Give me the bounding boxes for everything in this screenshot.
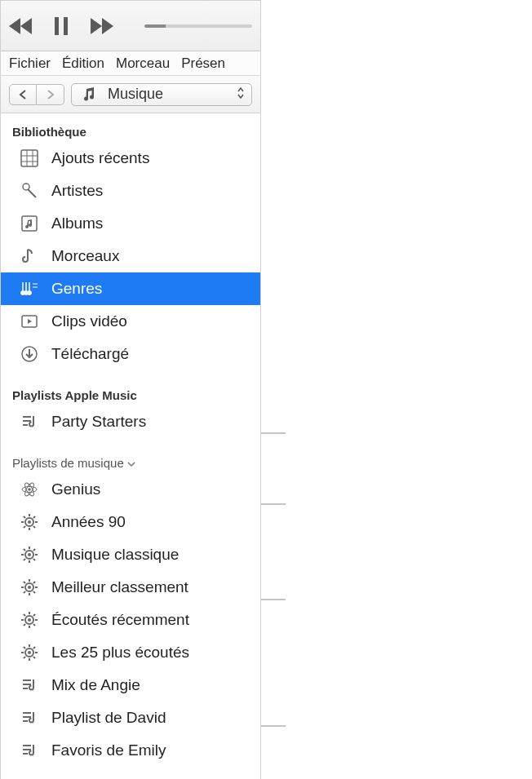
sidebar-item-library[interactable]: Ajouts récents	[1, 142, 260, 175]
previous-track-button[interactable]	[9, 18, 32, 34]
media-kind-label: Musique	[108, 86, 163, 103]
menu-item-edit[interactable]: Édition	[62, 55, 104, 72]
svg-point-57	[28, 586, 31, 589]
sidebar-item-genius[interactable]: Genius	[1, 473, 260, 506]
svg-point-16	[28, 291, 32, 295]
sidebar-item-smart-playlist[interactable]: Écoutés récemment	[1, 604, 260, 636]
sidebar-item-label: Playlist de David	[51, 709, 166, 727]
svg-line-76	[33, 647, 35, 648]
sidebar-item-label: Musique classique	[51, 546, 179, 564]
svg-rect-13	[22, 216, 37, 231]
svg-marker-18	[28, 319, 32, 324]
sidebar-item-library[interactable]: Téléchargé	[1, 338, 260, 370]
menu-item-view[interactable]: Présen	[181, 55, 225, 72]
forward-button[interactable]	[37, 84, 64, 105]
playlist-icon	[19, 740, 40, 761]
svg-point-77	[28, 651, 31, 654]
nav-buttons	[9, 84, 64, 105]
svg-rect-6	[21, 150, 38, 166]
svg-line-60	[33, 624, 35, 626]
sidebar-item-user-playlist[interactable]: Favoris de Emily	[1, 734, 260, 767]
svg-point-67	[28, 618, 31, 622]
svg-line-72	[24, 657, 25, 658]
sidebar-item-smart-playlist[interactable]: Les 25 plus écoutés	[1, 636, 260, 669]
sidebar-item-smart-playlist[interactable]: Meilleur classement	[1, 571, 260, 604]
sidebar-item-label: Genres	[51, 280, 102, 298]
svg-line-70	[33, 657, 35, 658]
svg-marker-1	[20, 18, 32, 34]
chevron-updown-icon	[237, 86, 245, 102]
playback-bar	[1, 1, 260, 51]
gear-icon	[19, 511, 40, 533]
svg-point-47	[28, 553, 31, 556]
svg-marker-0	[9, 18, 20, 34]
sidebar-item-library[interactable]: Genres	[1, 272, 260, 305]
svg-line-36	[33, 516, 35, 518]
svg-line-34	[24, 516, 25, 518]
menu-bar: Fichier Édition Morceau Présen	[1, 51, 260, 76]
volume-slider[interactable]	[144, 24, 252, 28]
atom-icon	[19, 479, 40, 500]
menu-item-song[interactable]: Morceau	[116, 55, 170, 72]
sidebar-item-label: Genius	[51, 480, 100, 498]
grid-icon	[19, 148, 40, 169]
sidebar-item-smart-playlist[interactable]: Années 90	[1, 506, 260, 538]
gear-icon	[19, 609, 40, 631]
sidebar-item-label: Artistes	[51, 182, 103, 200]
play-pause-button[interactable]	[55, 17, 68, 35]
media-kind-selector[interactable]: Musique	[71, 83, 252, 106]
sidebar-item-user-playlist[interactable]: Mix de Angie	[1, 669, 260, 702]
sidebar-item-label: Les 25 plus écoutés	[51, 644, 189, 662]
sidebar-item-label: Albums	[51, 215, 103, 232]
svg-line-52	[24, 591, 25, 593]
sidebar-item-label: Mix de Angie	[51, 676, 140, 694]
download-icon	[19, 343, 40, 365]
svg-line-56	[33, 582, 35, 583]
gear-icon	[19, 577, 40, 598]
svg-line-64	[24, 614, 25, 616]
album-icon	[19, 213, 40, 234]
music-note-icon	[78, 84, 100, 105]
sidebar-item-smart-playlist[interactable]: Musique classique	[1, 538, 260, 571]
section-header-library: Bibliothèque	[1, 118, 260, 142]
sidebar-item-library[interactable]: Artistes	[1, 175, 260, 207]
svg-rect-3	[64, 17, 68, 35]
back-button[interactable]	[9, 84, 37, 105]
sidebar-item-label: Favoris de Emily	[51, 741, 166, 759]
sidebar-item-label: Party Starters	[51, 413, 146, 431]
svg-line-30	[33, 526, 35, 528]
next-track-button[interactable]	[91, 18, 113, 34]
svg-marker-5	[102, 18, 113, 34]
svg-line-74	[24, 647, 25, 648]
svg-rect-2	[55, 17, 59, 35]
sidebar-item-library[interactable]: Morceaux	[1, 240, 260, 272]
svg-line-40	[33, 559, 35, 560]
svg-line-46	[33, 549, 35, 551]
sidebar-item-apple-playlist[interactable]: Party Starters	[1, 405, 260, 438]
sidebar-item-library[interactable]: Albums	[1, 207, 260, 240]
svg-line-54	[24, 582, 25, 583]
toolbar: Musique	[1, 76, 260, 113]
mic-icon	[19, 180, 40, 201]
guitars-icon	[19, 278, 40, 299]
svg-point-27	[28, 488, 31, 491]
sidebar-item-library[interactable]: Clips vidéo	[1, 305, 260, 338]
section-header-music-playlists-label: Playlists de musique	[12, 456, 124, 470]
playlist-icon	[19, 707, 40, 728]
playlist-icon	[19, 675, 40, 696]
svg-line-12	[28, 189, 36, 197]
menu-item-file[interactable]: Fichier	[9, 55, 51, 72]
sidebar-item-label: Morceaux	[51, 247, 119, 265]
annotation-callouts	[261, 0, 532, 779]
source-sidebar: Bibliothèque Ajouts récentsArtistesAlbum…	[1, 113, 260, 779]
sidebar-item-label: Meilleur classement	[51, 578, 188, 596]
gear-icon	[19, 544, 40, 565]
note-icon	[19, 246, 40, 267]
svg-point-37	[28, 520, 31, 524]
gear-icon	[19, 642, 40, 663]
section-header-music-playlists[interactable]: Playlists de musique	[1, 449, 260, 473]
svg-line-42	[24, 559, 25, 560]
svg-line-66	[33, 614, 35, 616]
sidebar-item-user-playlist[interactable]: Playlist de David	[1, 702, 260, 734]
svg-line-44	[24, 549, 25, 551]
